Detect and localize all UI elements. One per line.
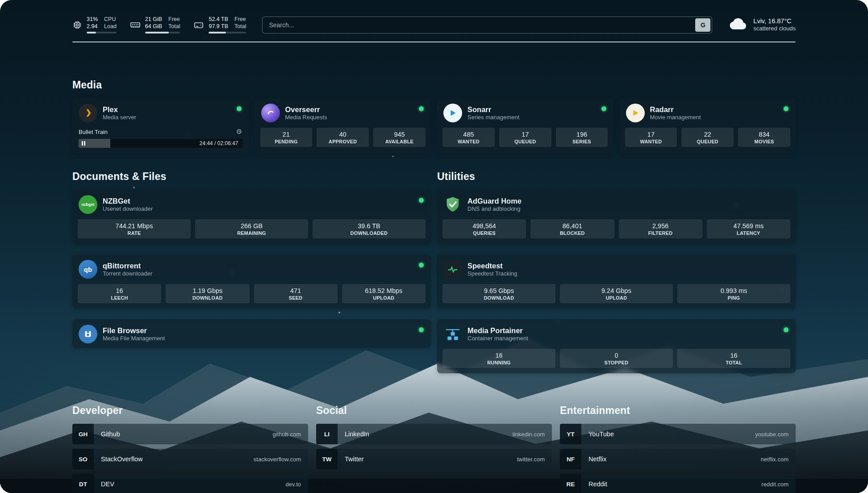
- header-divider: [72, 42, 796, 42]
- bookmark-name: Twitter: [345, 455, 364, 463]
- bookmark-name: LinkedIn: [345, 430, 369, 438]
- gear-icon[interactable]: ⚙: [236, 128, 242, 136]
- now-playing-title: Bullet Train: [79, 129, 108, 135]
- bookmark-abbr: DT: [72, 474, 94, 493]
- service-card-speedtest[interactable]: Speedtest Speedtest Tracking 9.65 Gbps D…: [437, 255, 796, 309]
- bookmark-url: youtube.com: [755, 431, 789, 438]
- cpu-progress-track: [87, 32, 117, 33]
- system-widgets: 31% CPU 2.94 Load: [72, 16, 246, 33]
- cpu-percent: 31%: [87, 16, 98, 23]
- stat-upload: 9.24 Gbps UPLOAD: [560, 284, 673, 303]
- stat-queued: 17 QUEUED: [499, 128, 551, 147]
- bookmark-group-entertainment: Entertainment YT YouTube youtube.com NF …: [560, 405, 796, 493]
- status-dot-online: [419, 106, 424, 111]
- service-name: NZBGet: [103, 196, 153, 206]
- section-title-documents: Documents & Files: [72, 171, 431, 183]
- section-documents: Documents & Files nzbget NZBGet Usenet d…: [72, 171, 431, 348]
- bookmark-group-title: Social: [316, 405, 552, 417]
- service-name: AdGuard Home: [467, 196, 522, 206]
- bookmark-group-social: Social LI LinkedIn linkedin.com TW Twitt…: [316, 405, 552, 493]
- cpu-progress-fill: [87, 32, 96, 33]
- service-subtitle: Series management: [467, 114, 519, 121]
- service-card-nzbget[interactable]: nzbget NZBGet Usenet downloader 744.21 M…: [72, 190, 431, 244]
- bookmark-github[interactable]: GH Github github.com: [72, 424, 308, 444]
- memory-widget: 21 GiB Free 64 GiB Total: [130, 16, 180, 33]
- weather-location-temp: Lviv, 16.87°C: [753, 17, 796, 25]
- bookmark-youtube[interactable]: YT YouTube youtube.com: [560, 424, 796, 444]
- service-name: File Browser: [103, 326, 165, 335]
- cloud-icon: [728, 17, 748, 32]
- playback-progress-bar[interactable]: 24:44 / 02:06:47: [79, 139, 242, 148]
- section-utilities: Utilities: [437, 171, 796, 373]
- cpu-load-value: 2.94: [87, 23, 98, 30]
- disk-total-value: 97.9 TB: [209, 23, 228, 30]
- bookmark-url: twitter.com: [517, 456, 545, 463]
- bookmark-stackoverflow[interactable]: SO StackOverflow stackoverflow.com: [72, 449, 308, 469]
- stat-queued: 22 QUEUED: [681, 128, 734, 147]
- service-name: Speedtest: [467, 261, 517, 271]
- bookmark-netflix[interactable]: NF Netflix netflix.com: [560, 449, 796, 469]
- service-card-filebrowser[interactable]: File Browser Media File Management: [72, 319, 431, 348]
- service-card-sonarr[interactable]: Sonarr Series management 485 WANTED 17 Q…: [437, 98, 613, 154]
- service-subtitle: Media Requests: [285, 114, 327, 121]
- service-card-portainer[interactable]: Media Portainer Container management 16 …: [437, 319, 796, 373]
- search-provider-button[interactable]: G: [695, 18, 710, 32]
- service-subtitle: Torrent downloader: [103, 270, 152, 277]
- bookmark-twitter[interactable]: TW Twitter twitter.com: [316, 449, 552, 469]
- stat-downloaded: 39.6 TB DOWNLOADED: [313, 219, 426, 238]
- stat-leech: 16 LEECH: [78, 284, 161, 303]
- stat-remaining: 266 GB REMAINING: [195, 219, 308, 238]
- memory-total-label: Total: [168, 23, 180, 30]
- cpu-label-2: Load: [104, 23, 117, 30]
- stat-running: 16 RUNNING: [442, 349, 555, 368]
- status-dot-online: [784, 327, 789, 332]
- bookmark-name: Netflix: [588, 455, 606, 463]
- service-name: qBittorrent: [103, 261, 152, 271]
- weather-widget: Lviv, 16.87°C scattered clouds: [728, 17, 796, 33]
- disk-widget: 52.4 TB Free 97.9 TB Total: [193, 16, 246, 33]
- service-card-overseerr[interactable]: Overseerr Media Requests 21 PENDING 40 A…: [255, 98, 431, 154]
- service-card-plex[interactable]: Plex Media server Bullet Train ⚙ 24:44 /…: [72, 98, 249, 154]
- search-input[interactable]: [262, 17, 712, 33]
- filebrowser-icon: [79, 325, 97, 343]
- section-media: Media Plex Media server: [72, 79, 796, 154]
- bookmark-group-title: Developer: [72, 405, 308, 417]
- bookmark-name: YouTube: [588, 430, 614, 438]
- service-card-adguard[interactable]: AdGuard Home DNS and adblocking 498,564 …: [437, 190, 796, 244]
- disk-free-label: Free: [234, 16, 246, 23]
- stat-pending: 21 PENDING: [260, 128, 313, 147]
- service-card-qbittorrent[interactable]: qb qBittorrent Torrent downloader 16: [72, 255, 431, 309]
- bookmark-url: netflix.com: [761, 456, 789, 463]
- bookmark-dev[interactable]: DT DEV dev.to: [72, 474, 308, 493]
- disk-total-label: Total: [234, 23, 246, 30]
- bookmark-url: dev.to: [286, 481, 301, 488]
- bookmark-group-title: Entertainment: [560, 405, 796, 417]
- service-subtitle: Speedtest Tracking: [467, 270, 517, 277]
- memory-icon: [130, 20, 141, 30]
- stat-queries: 498,564 QUERIES: [442, 219, 526, 238]
- service-card-radarr[interactable]: Radarr Movie management 17 WANTED 22 QUE…: [620, 98, 796, 154]
- disk-free-value: 52.4 TB: [209, 16, 228, 23]
- bookmark-linkedin[interactable]: LI LinkedIn linkedin.com: [316, 424, 552, 444]
- stat-series: 196 SERIES: [556, 128, 608, 147]
- service-name: Sonarr: [467, 105, 519, 114]
- stat-latency: 47.569 ms LATENCY: [707, 219, 790, 238]
- stat-download: 9.65 Gbps DOWNLOAD: [442, 284, 555, 303]
- dashboard-window: 31% CPU 2.94 Load: [0, 0, 868, 493]
- adguard-icon: [443, 195, 462, 214]
- stat-available: 945 AVAILABLE: [373, 128, 426, 147]
- service-name: Media Portainer: [467, 326, 528, 335]
- service-name: Plex: [103, 105, 136, 114]
- service-subtitle: Container management: [467, 335, 528, 342]
- bookmark-url: github.com: [272, 431, 301, 438]
- section-title-utilities: Utilities: [437, 171, 796, 183]
- bookmark-abbr: GH: [72, 424, 94, 444]
- sonarr-icon: [443, 104, 462, 122]
- bookmark-name: StackOverflow: [101, 455, 142, 463]
- overseerr-icon: [261, 104, 280, 122]
- weather-condition: scattered clouds: [753, 25, 796, 33]
- playback-time: 24:44 / 02:06:47: [200, 140, 238, 146]
- bookmark-reddit[interactable]: RE Reddit reddit.com: [560, 474, 796, 493]
- bookmark-abbr: TW: [316, 449, 338, 469]
- service-name: Overseerr: [285, 105, 327, 114]
